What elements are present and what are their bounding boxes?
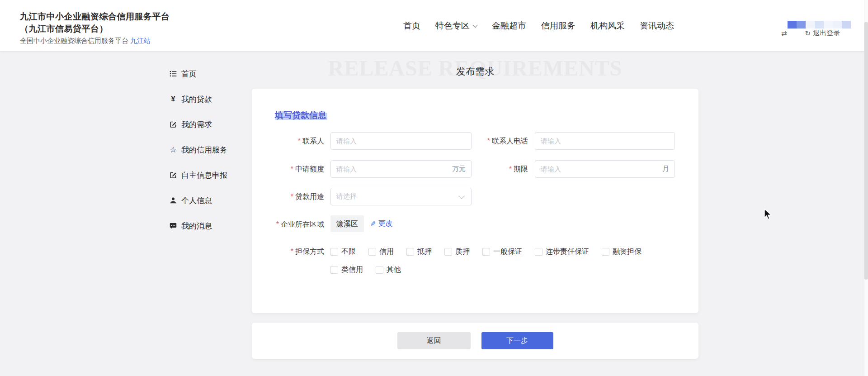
sidebar: 首页 ¥ 我的贷款 我的需求 ☆ 我的信用服务 自主信息申报 [169, 67, 246, 244]
chevron-down-icon [472, 22, 477, 27]
sidebar-label: 自主信息申报 [181, 170, 227, 181]
screen: 九江市中小企业融资综合信用服务平台 （九江市信易贷平台） 全国中小企业融资综合信… [0, 0, 868, 376]
logo-title-line2: （九江市信易贷平台） [20, 23, 170, 35]
checkbox-icon [376, 266, 383, 274]
edit-icon [169, 120, 177, 129]
page-title: 发布需求 [456, 65, 494, 78]
sidebar-label: 我的需求 [181, 119, 212, 130]
phone-label: *联系人电话 [471, 132, 528, 150]
star-icon: ☆ [169, 146, 177, 154]
sidebar-item-home[interactable]: 首页 [169, 67, 246, 81]
message-icon [169, 222, 177, 230]
pencil-icon: ✎ [370, 220, 376, 228]
back-button[interactable]: 返回 [397, 332, 471, 349]
logo-subtitle-text: 全国中小企业融资综合信用服务平台 [20, 37, 128, 44]
sidebar-item-my-demands[interactable]: 我的需求 [169, 118, 246, 131]
sidebar-label: 个人信息 [181, 195, 212, 206]
section-title: 填写贷款信息 [275, 109, 327, 121]
contact-label: *联系人 [252, 132, 324, 150]
actions-card: 返回 下一步 [252, 323, 698, 359]
site-logo: 九江市中小企业融资综合信用服务平台 （九江市信易贷平台） 全国中小企业融资综合信… [20, 11, 170, 46]
sidebar-label: 首页 [181, 69, 197, 79]
scrollbar-thumb[interactable] [864, 22, 868, 280]
sidebar-item-my-credit-service[interactable]: ☆ 我的信用服务 [169, 143, 246, 157]
amount-input[interactable] [331, 161, 452, 177]
logo-title-line1: 九江市中小企业融资综合信用服务平台 [20, 11, 170, 23]
checkbox-credit[interactable]: 信用 [368, 247, 394, 257]
next-step-button[interactable]: 下一步 [481, 332, 553, 349]
logout-label: 退出登录 [813, 29, 840, 38]
sidebar-item-my-loans[interactable]: ¥ 我的贷款 [169, 92, 246, 106]
term-field: 月 [535, 160, 675, 178]
nav-item-news[interactable]: 资讯动态 [640, 20, 674, 32]
amount-label: *申请额度 [252, 160, 324, 178]
sidebar-item-self-declaration[interactable]: 自主信息申报 [169, 168, 246, 182]
masked-username [788, 21, 851, 29]
region-value-tag: 濂溪区 [330, 215, 364, 232]
purpose-label: *贷款用途 [252, 188, 324, 205]
main-content: RELEASE REQUIREMENTS 发布需求 首页 ¥ 我的贷款 我的需求 [0, 51, 868, 376]
phone-input[interactable] [535, 133, 675, 149]
region-change-button[interactable]: ✎ 更改 [370, 215, 393, 232]
checkbox-icon [602, 248, 609, 256]
term-unit: 月 [662, 165, 675, 173]
nav-item-financial-supermarket[interactable]: 金融超市 [492, 20, 526, 32]
purpose-select[interactable]: 请选择 [330, 188, 472, 205]
yen-icon: ¥ [169, 95, 177, 103]
checkbox-other[interactable]: 其他 [376, 265, 401, 275]
contact-input[interactable] [331, 133, 471, 149]
nav-item-credit-service[interactable]: 信用服务 [541, 20, 576, 32]
contact-field [330, 132, 472, 150]
checkbox-general-guarantee[interactable]: 一般保证 [482, 247, 522, 257]
checkbox-mortgage[interactable]: 抵押 [406, 247, 432, 257]
term-input[interactable] [535, 161, 662, 177]
nav-item-institutions[interactable]: 机构风采 [590, 20, 625, 32]
sidebar-item-my-messages[interactable]: 我的消息 [169, 219, 246, 233]
form-row-contact: *联系人 *联系人电话 [252, 132, 698, 150]
nav-item-special-zone[interactable]: 特色专区 [435, 20, 477, 32]
checkbox-icon [330, 266, 338, 274]
switch-account-icon[interactable]: ⇄ [781, 29, 787, 38]
edit-icon [169, 171, 177, 179]
checkbox-icon [330, 248, 338, 256]
form-row-amount: *申请额度 万元 *期限 月 [252, 160, 698, 178]
sidebar-label: 我的贷款 [181, 94, 212, 105]
user-icon [169, 196, 177, 205]
guarantee-options-row2: 类信用 其他 [330, 265, 401, 274]
sidebar-item-personal-info[interactable]: 个人信息 [169, 194, 246, 207]
checkbox-joint-liability[interactable]: 连带责任保证 [535, 247, 589, 257]
checkbox-icon [406, 248, 414, 256]
logo-subtitle: 全国中小企业融资综合信用服务平台九江站 [20, 36, 170, 45]
loan-form-card: 填写贷款信息 *联系人 *联系人电话 *申请额度 万元 *期限 [252, 89, 698, 313]
checkbox-icon [482, 248, 490, 256]
main-nav: 首页 特色专区 金融超市 信用服务 机构风采 资讯动态 [403, 0, 674, 51]
scrollbar[interactable] [864, 0, 868, 376]
term-label: *期限 [471, 160, 528, 178]
guarantee-label: *担保方式 [252, 247, 324, 256]
checkbox-icon [535, 248, 542, 256]
amount-field: 万元 [330, 160, 472, 178]
logout-refresh-icon: ↻ [805, 29, 811, 38]
logout-button[interactable]: ↻ 退出登录 [805, 29, 840, 38]
checkbox-icon [444, 248, 452, 256]
form-row-purpose: *贷款用途 请选择 [252, 188, 698, 205]
form-row-guarantee-2: 类信用 其他 [252, 265, 698, 274]
site-header: 九江市中小企业融资综合信用服务平台 （九江市信易贷平台） 全国中小企业融资综合信… [0, 0, 868, 51]
region-label: *企业所在区域 [252, 215, 324, 233]
chevron-down-icon [458, 192, 465, 199]
sidebar-label: 我的信用服务 [181, 145, 227, 155]
nav-item-home[interactable]: 首页 [403, 20, 420, 32]
purpose-placeholder: 请选择 [331, 192, 459, 201]
checkbox-unlimited[interactable]: 不限 [330, 247, 356, 257]
checkbox-icon [368, 248, 376, 256]
form-row-region: *企业所在区域 濂溪区 ✎ 更改 [252, 215, 698, 233]
form-row-guarantee: *担保方式 不限 信用 抵押 质押 一般保证 连带责任保证 融资担保 [252, 247, 698, 256]
phone-field [535, 132, 675, 150]
sidebar-label: 我的消息 [181, 221, 212, 231]
checkbox-financing-guarantee[interactable]: 融资担保 [602, 247, 642, 257]
checkbox-quasi-credit[interactable]: 类信用 [330, 265, 363, 275]
list-icon [169, 70, 177, 78]
checkbox-pledge[interactable]: 质押 [444, 247, 470, 257]
guarantee-options-row1: 不限 信用 抵押 质押 一般保证 连带责任保证 融资担保 [330, 247, 642, 256]
station-link[interactable]: 九江站 [130, 37, 151, 44]
